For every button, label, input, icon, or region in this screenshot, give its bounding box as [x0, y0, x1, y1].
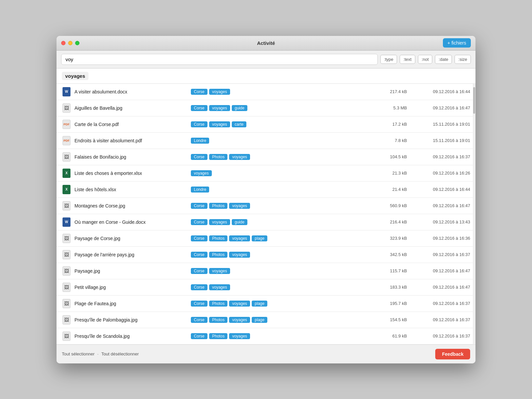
close-button[interactable] — [61, 41, 66, 45]
file-type-icon: X — [62, 169, 71, 178]
filter-type-button[interactable]: :type — [380, 55, 397, 64]
tag[interactable]: Corse — [191, 203, 207, 209]
tag[interactable]: voyages — [229, 301, 250, 307]
table-row[interactable]: PDFEndroits à visiter absolument.pdfLond… — [57, 133, 475, 149]
tag[interactable]: voyages — [229, 235, 250, 241]
file-list-container: WA visiter absulument.docxCorsevoyages21… — [57, 84, 475, 344]
file-name: Montagnes de Corse.jpg — [74, 203, 188, 208]
tag[interactable]: voyages — [229, 154, 250, 160]
file-tags: CorsePhotosvoyagesplage — [191, 235, 370, 241]
file-name: Paysage de Corse.jpg — [74, 236, 188, 241]
table-row[interactable]: 🖼Paysage de Corse.jpgCorsePhotosvoyagesp… — [57, 230, 475, 247]
filter-text-button[interactable]: :text — [400, 55, 415, 64]
autocomplete-dropdown[interactable]: voyages — [57, 68, 475, 84]
maximize-button[interactable] — [75, 41, 79, 45]
table-row[interactable]: WA visiter absulument.docxCorsevoyages21… — [57, 84, 475, 100]
tag[interactable]: Corse — [191, 252, 207, 258]
file-type-icon: W — [62, 87, 71, 96]
tag[interactable]: Corse — [191, 89, 207, 95]
tag[interactable]: voyages — [209, 89, 230, 95]
tag[interactable]: guide — [232, 105, 247, 111]
file-date: 09.12.2016 à 16:37 — [410, 317, 470, 322]
table-row[interactable]: WOù manger en Corse - Guide.docxCorsevoy… — [57, 214, 475, 230]
file-size: 154.5 kB — [374, 317, 407, 322]
table-row[interactable]: 🖼Montagnes de Corse.jpgCorsePhotosvoyage… — [57, 198, 475, 214]
table-row[interactable]: 🖼Plage de Fautea.jpgCorsePhotosvoyagespl… — [57, 296, 475, 312]
table-row[interactable]: XListe des hôtels.xlsxLondre21.4 kB09.12… — [57, 182, 475, 198]
tag[interactable]: guide — [232, 219, 247, 225]
filter-size-button[interactable]: :size — [455, 55, 471, 64]
tag[interactable]: voyages — [209, 219, 230, 225]
tag[interactable]: Corse — [191, 219, 207, 225]
table-row[interactable]: 🖼Falaises de Bonifacio.jpgCorsePhotosvoy… — [57, 149, 475, 165]
tag[interactable]: Corse — [191, 317, 207, 323]
tag[interactable]: voyages — [209, 121, 230, 127]
tag[interactable]: plage — [252, 235, 267, 241]
tag[interactable]: Photos — [209, 154, 227, 160]
tag[interactable]: voyages — [191, 170, 212, 176]
tag[interactable]: voyages — [229, 333, 250, 339]
table-row[interactable]: PDFCarte de la Corse.pdfCorsevoyagescart… — [57, 116, 475, 133]
table-row[interactable]: 🖼Aiguilles de Bavella.jpgCorsevoyagesgui… — [57, 100, 475, 116]
table-row[interactable]: 🖼Paysage.jpgCorsevoyages115.7 kB09.12.20… — [57, 263, 475, 279]
filter-date-button[interactable]: :date — [435, 55, 452, 64]
file-name: Liste des hôtels.xlsx — [74, 187, 188, 192]
select-all-link[interactable]: Tout sélectionner — [62, 351, 94, 356]
add-files-button[interactable]: + fichiers — [443, 38, 471, 48]
table-row[interactable]: 🖼Presqu'île de Palombaggia.jpgCorsePhoto… — [57, 312, 475, 328]
tag[interactable]: Corse — [191, 268, 207, 274]
tag[interactable]: voyages — [229, 317, 250, 323]
tag[interactable]: Corse — [191, 121, 207, 127]
tag[interactable]: Photos — [209, 333, 227, 339]
file-date: 15.11.2016 à 19:01 — [410, 122, 470, 127]
file-type-icon: X — [62, 185, 71, 194]
tag[interactable]: Photos — [209, 203, 227, 209]
tag[interactable]: voyages — [229, 203, 250, 209]
tag[interactable]: Londre — [191, 138, 209, 144]
scrollbar-track[interactable] — [473, 84, 475, 344]
table-row[interactable]: 🖼Paysage de l'arrière pays.jpgCorsePhoto… — [57, 247, 475, 263]
table-row[interactable]: 🖼Presqu'île de Scandola.jpgCorsePhotosvo… — [57, 328, 475, 344]
table-row[interactable]: XListe des choses à emporter.xlsxvoyages… — [57, 165, 475, 182]
file-type-icon: 🖼 — [62, 315, 71, 325]
feedback-button[interactable]: Feedback — [435, 349, 470, 359]
tag[interactable]: carte — [232, 121, 247, 127]
tag[interactable]: voyages — [229, 252, 250, 258]
tag[interactable]: plage — [252, 301, 267, 307]
minimize-button[interactable] — [68, 41, 72, 45]
autocomplete-suggestion[interactable]: voyages — [62, 72, 88, 80]
window-title: Activité — [257, 40, 275, 46]
tag[interactable]: Corse — [191, 154, 207, 160]
tag[interactable]: Corse — [191, 235, 207, 241]
file-type-icon: 🖼 — [62, 266, 71, 276]
deselect-all-link[interactable]: Tout désélectionner — [101, 351, 139, 356]
tag[interactable]: Corse — [191, 284, 207, 290]
tag[interactable]: Photos — [209, 301, 227, 307]
scrollbar-thumb[interactable] — [473, 87, 475, 114]
tag[interactable]: Corse — [191, 333, 207, 339]
tag[interactable]: Photos — [209, 317, 227, 323]
table-row[interactable]: 🖼Petit village.jpgCorsevoyages183.3 kB09… — [57, 279, 475, 296]
file-date: 09.12.2016 à 16:47 — [410, 105, 470, 110]
tag[interactable]: voyages — [209, 284, 230, 290]
tag[interactable]: plage — [252, 317, 267, 323]
tag[interactable]: Photos — [209, 252, 227, 258]
titlebar: Activité + fichiers — [57, 36, 475, 51]
footer: Tout sélectionner - Tout désélectionner … — [57, 344, 475, 363]
file-type-icon: 🖼 — [62, 332, 71, 341]
tag[interactable]: voyages — [209, 268, 230, 274]
file-type-icon: 🖼 — [62, 152, 71, 162]
file-type-icon: 🖼 — [62, 201, 71, 210]
search-input[interactable] — [61, 54, 378, 65]
tag[interactable]: Photos — [209, 235, 227, 241]
file-size: 560.9 kB — [374, 203, 407, 208]
tag[interactable]: Londre — [191, 187, 209, 193]
tag[interactable]: Corse — [191, 105, 207, 111]
filter-not-button[interactable]: :not — [418, 55, 433, 64]
file-list: WA visiter absulument.docxCorsevoyages21… — [57, 84, 475, 344]
tag[interactable]: voyages — [209, 105, 230, 111]
file-name: Plage de Fautea.jpg — [74, 301, 188, 306]
tag[interactable]: Corse — [191, 301, 207, 307]
file-type-icon: W — [62, 217, 71, 227]
file-size: 17.2 kB — [374, 122, 407, 127]
